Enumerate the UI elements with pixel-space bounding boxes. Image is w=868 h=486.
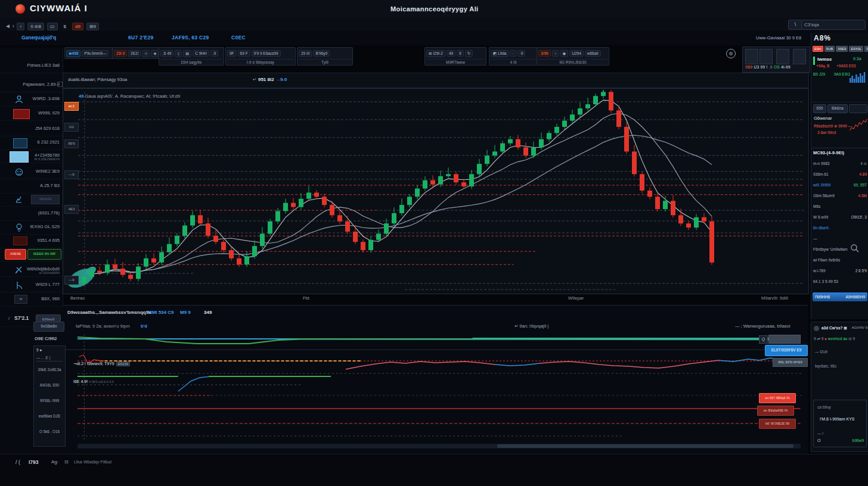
layout-thumbnail[interactable] — [793, 49, 806, 64]
person-icon[interactable] — [14, 95, 24, 104]
pipe-icon[interactable] — [14, 281, 24, 290]
sidebar-item[interactable]: 9E9a99 — [0, 193, 63, 207]
toolbar-button[interactable]: ▤ — [183, 50, 191, 57]
toolbar-button[interactable]: 9 — [457, 50, 464, 57]
toolbar-button[interactable]: ≣498 — [66, 50, 80, 57]
toolbar-button[interactable]: ·9 — [517, 50, 526, 57]
layout-thumbnail[interactable] — [776, 49, 789, 64]
sidebar-item[interactable]: Pajawwanr, 2.89-9 — [0, 79, 63, 92]
face-icon[interactable] — [14, 167, 24, 177]
toolbar-button[interactable]: 49 — [447, 50, 455, 57]
indicator-link[interactable]: M9 9 — [180, 310, 191, 315]
order-box-green[interactable]: b96w9 — [852, 438, 864, 443]
toolbar-button[interactable]: 23i 9 — [114, 50, 127, 57]
layout-thumbnail[interactable] — [760, 49, 773, 64]
mini-list-item[interactable]: 39kE 2u96;3a — [34, 367, 65, 372]
toolbar-button[interactable]: 69 F — [238, 50, 250, 57]
toolbar-button[interactable]: .9 — [210, 50, 218, 57]
mini-list-item[interactable]: 99'66L /999 — [34, 398, 65, 403]
nav-button[interactable]: $ — [61, 23, 69, 30]
infinity-button[interactable]: ∞ — [14, 295, 27, 304]
nav-button[interactable]: ⊞9 — [86, 23, 99, 30]
detail-row[interactable]: 64.1 3 5-99 53 — [811, 277, 868, 288]
magnifier-icon[interactable] — [850, 244, 860, 253]
detail-row[interactable]: m-n 99834 ⊙ — [811, 159, 868, 170]
candlestick-chart[interactable] — [63, 89, 808, 294]
sidebar-item[interactable]: ∞B6X, 969 — [0, 293, 63, 307]
chart-tool-badge[interactable]: 4E3 — [64, 205, 79, 214]
indicator-param-link[interactable]: b'd — [141, 323, 147, 329]
panel-input[interactable] — [849, 104, 867, 113]
help-badge-icon[interactable]: ◍ — [726, 49, 736, 58]
chart-tool-badge[interactable]: —9 — [64, 170, 79, 179]
chart-tool-badge[interactable]: —9 — [64, 276, 79, 285]
market-tab[interactable]: 9E9 — [864, 46, 868, 52]
wave-value-box[interactable]: · · · · · · · — [768, 335, 801, 344]
toolbar-button[interactable]: ◈ — [151, 50, 159, 57]
toolbar-button[interactable]: 9F — [227, 50, 237, 57]
toolbar-button[interactable]: 3/99 — [538, 50, 551, 57]
layout-toggle-button[interactable]: \ — [788, 20, 802, 30]
nav-button[interactable]: 0 4/8 — [27, 23, 44, 30]
bluechart-icon[interactable] — [13, 138, 27, 148]
toolbar-button[interactable]: ⊞ I29I-2 — [426, 50, 445, 57]
layout-thumbnail[interactable] — [745, 49, 758, 64]
toolbar-button[interactable]: ◉ — [560, 50, 569, 57]
market-tab[interactable]: 9UB — [824, 46, 835, 52]
price-level-badge[interactable]: an 567.9B9q6 IN — [759, 393, 796, 403]
sidebar-dark-button[interactable]: 9E9a99 — [31, 195, 60, 204]
search-input[interactable] — [801, 20, 866, 30]
toolbar-button[interactable]: w66aIl — [585, 50, 601, 57]
scrollbar-thumb[interactable] — [497, 444, 793, 448]
detail-row[interactable]: M6s — [811, 202, 868, 213]
market-tab[interactable]: 99E9 — [836, 46, 848, 52]
detail-row[interactable]: G6m 56um94.5M — [811, 191, 868, 202]
mini-list-item[interactable]: A9G6L S90 — [34, 383, 65, 387]
toolbar-button[interactable]: ◇ — [142, 50, 150, 57]
toolbar-button[interactable]: · — [510, 50, 516, 57]
sidebar-item[interactable]: A9E9EIEEE6 9N I9R — [0, 248, 63, 261]
sidebar-item[interactable]: W99IL 929 — [0, 107, 63, 121]
price-level-badge[interactable]: an B9q6a96E IN — [757, 406, 794, 416]
nav-button[interactable]: ▭ — [47, 23, 58, 30]
mini-list-item[interactable]: ew96ws D2E — [34, 414, 65, 418]
sidebar-item[interactable]: W99E2 3E9 — [0, 166, 63, 179]
price-level-badge[interactable]: b6' 90'39E2E 99 — [759, 419, 796, 429]
tools-icon[interactable] — [14, 265, 24, 275]
sidebar-item[interactable]: W929 L 777 — [0, 279, 63, 292]
chart-tool-badge[interactable]: ar.1 — [64, 102, 79, 111]
sidebar-item[interactable]: J54 629 618 — [0, 123, 63, 136]
toolbar-button[interactable]: .6 49 — [160, 50, 173, 57]
bluepanel-icon[interactable] — [10, 151, 29, 163]
buy-badge[interactable]: IEEE6 9N I9R — [27, 249, 61, 260]
darkred-icon[interactable] — [13, 236, 27, 245]
watch-symbol-2[interactable]: B9 J29 — [813, 72, 825, 76]
toolbar-button[interactable]: ○ — [552, 50, 559, 57]
market-tab[interactable]: E9X9L — [849, 46, 863, 52]
sidebar-item[interactable]: W9RD .3-698 — [0, 93, 63, 107]
detail-row[interactable]: w.i-7892 6 5'9 — [811, 266, 868, 277]
toolbar-button[interactable]: ↻ — [465, 50, 473, 57]
toolbar-button[interactable]: ◩ L9da — [491, 50, 509, 57]
sidebar-item[interactable]: 6 232 2921 — [0, 136, 63, 150]
toolbar-button[interactable]: C 9HH — [193, 50, 209, 57]
toolbar-button[interactable]: B'96y9 — [313, 50, 330, 57]
sidebar-item[interactable]: (6931.778) — [0, 207, 63, 221]
toolbar-button[interactable]: 9'9 9 E6acs99 — [252, 50, 281, 57]
wave-settings-button[interactable]: Q — [759, 335, 768, 344]
hand-icon[interactable] — [14, 195, 24, 204]
toolbar-button[interactable]: 29 III — [299, 50, 312, 57]
redbox-icon[interactable] — [13, 109, 30, 119]
sidebar-item[interactable]: 4+23456789W 9.32E29EIEV9 — [0, 149, 63, 163]
toolbar-button[interactable]: 2E2/ — [128, 50, 141, 57]
sidebar-item[interactable]: Pdnws.LIE3 3a8 — [0, 60, 63, 73]
market-tab[interactable]: E9H — [813, 46, 823, 52]
toolbar-button[interactable]: ▯ — [175, 50, 182, 57]
bulb-icon[interactable] — [14, 223, 24, 232]
order-box-o[interactable]: O — [817, 438, 820, 443]
detail-row[interactable]: wi F6wn 9v6r6s — [811, 256, 868, 266]
mini-list-button[interactable]: 9vG6w6n — [33, 322, 64, 332]
checkbox[interactable] — [57, 82, 63, 87]
detail-row[interactable]: 6n-t6se9- — [811, 223, 868, 234]
panel-button-1[interactable]: 659 — [813, 104, 826, 113]
